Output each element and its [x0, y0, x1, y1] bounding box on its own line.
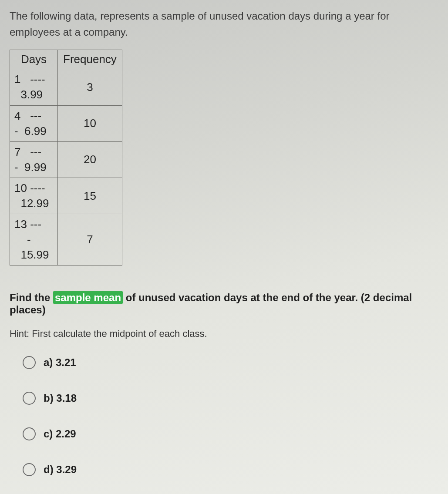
days-cell: 1 ---- 3.99	[10, 69, 58, 105]
table-row: 10 ---- 12.99 15	[10, 178, 122, 214]
table-row: 1 ---- 3.99 3	[10, 69, 122, 105]
col-header-frequency: Frequency	[58, 50, 122, 69]
radio-icon[interactable]	[23, 463, 36, 476]
option-label: d) 3.29	[44, 464, 77, 476]
days-range-bottom: 12.99	[14, 196, 53, 211]
days-range-bottom: - 9.99	[14, 160, 53, 175]
hint-text: Hint: First calculate the midpoint of ea…	[10, 328, 438, 339]
frequency-cell: 15	[58, 178, 122, 214]
intro-text: The following data, represents a sample …	[10, 8, 438, 40]
col-header-days: Days	[10, 50, 58, 69]
option-d[interactable]: d) 3.29	[23, 463, 438, 476]
radio-icon[interactable]	[23, 392, 36, 405]
frequency-cell: 20	[58, 141, 122, 178]
table-row: 4 --- - 6.99 10	[10, 105, 122, 141]
question-before: Find the	[10, 292, 53, 303]
frequency-table: Days Frequency 1 ---- 3.99 3 4 --- - 6.9…	[10, 50, 122, 265]
days-cell: 7 --- - 9.99	[10, 141, 58, 178]
table-row: 7 --- - 9.99 20	[10, 141, 122, 178]
options-group: a) 3.21 b) 3.18 c) 2.29 d) 3.29	[10, 356, 438, 476]
option-b[interactable]: b) 3.18	[23, 392, 438, 405]
frequency-cell: 7	[58, 214, 122, 265]
days-range-bottom: 3.99	[14, 87, 53, 102]
days-cell: 10 ---- 12.99	[10, 178, 58, 214]
days-range-top: 10 ----	[14, 181, 53, 196]
radio-icon[interactable]	[23, 427, 36, 440]
days-range-top: 7 ---	[14, 145, 53, 160]
highlight-sample-mean: sample mean	[53, 291, 123, 304]
question-text: Find the sample mean of unused vacation …	[10, 292, 438, 316]
question-page: The following data, represents a sample …	[0, 0, 448, 476]
frequency-cell: 10	[58, 105, 122, 141]
option-c[interactable]: c) 2.29	[23, 427, 438, 440]
frequency-cell: 3	[58, 69, 122, 105]
table-row: 13 --- - 15.99 7	[10, 214, 122, 265]
option-label: a) 3.21	[44, 356, 76, 369]
option-label: b) 3.18	[44, 392, 77, 404]
radio-icon[interactable]	[23, 356, 36, 369]
days-range-top: 13 ---	[14, 217, 53, 232]
days-cell: 13 --- - 15.99	[10, 214, 58, 265]
days-range-top: 4 ---	[14, 108, 53, 124]
days-cell: 4 --- - 6.99	[10, 105, 58, 141]
option-a[interactable]: a) 3.21	[23, 356, 438, 369]
days-range-bottom: - 6.99	[14, 124, 53, 139]
days-range-bottom: - 15.99	[14, 232, 53, 262]
option-label: c) 2.29	[44, 428, 76, 440]
days-range-top: 1 ----	[14, 72, 53, 87]
